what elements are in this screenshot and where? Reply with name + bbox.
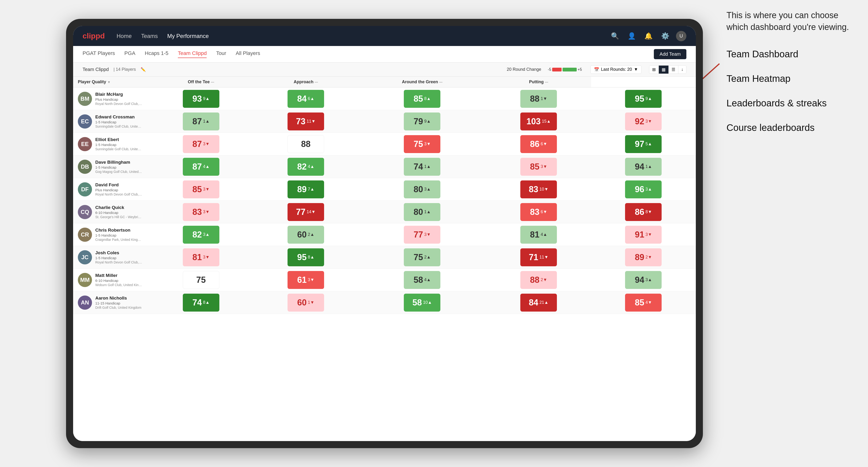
subnav-team-clippd[interactable]: Team Clippd <box>178 50 207 58</box>
export-button[interactable]: ↓ <box>678 66 686 73</box>
last-rounds-button[interactable]: 📅 Last Rounds: 20 ▼ <box>590 65 642 74</box>
player-name: Edward Crossman <box>95 115 143 120</box>
subnav-all-players[interactable]: All Players <box>236 50 260 58</box>
score-value: 75 <box>414 139 423 149</box>
player-avatar: AN <box>78 295 92 310</box>
notifications-icon[interactable]: 🔔 <box>643 30 654 42</box>
option-team-heatmap: Team Heatmap <box>726 72 849 85</box>
settings-icon[interactable]: ⚙️ <box>659 30 671 42</box>
player-handicap: 6-10 Handicap <box>95 211 143 215</box>
view-toggles: ⊞ ▦ ☰ ↓ <box>649 65 686 74</box>
table-row[interactable]: DF David Ford Plus Handicap Royal North … <box>73 178 696 201</box>
score-value: 95 <box>297 252 307 262</box>
player-name: Aaron Nicholls <box>95 295 141 301</box>
score-box: 91 3▼ <box>625 226 661 244</box>
search-icon[interactable]: 🔍 <box>609 30 621 42</box>
annotation-area: This is where you can choose which dashb… <box>726 9 849 146</box>
table-row[interactable]: JC Josh Coles 1-5 Handicap Royal North D… <box>73 246 696 269</box>
score-cell: 81 3▼ <box>149 246 253 269</box>
score-cell: 71 11▼ <box>486 246 591 269</box>
score-cell: 83 3▼ <box>149 201 253 223</box>
player-club: Craigmillar Park, United Kingdom <box>95 238 143 242</box>
player-cell: JC Josh Coles 1-5 Handicap Royal North D… <box>73 246 149 269</box>
score-box: 88 <box>287 135 324 153</box>
score-cell: 61 3▼ <box>253 269 358 291</box>
score-box: 85 3▼ <box>520 158 557 176</box>
player-info: CQ Charlie Quick 6-10 Handicap St. Georg… <box>78 205 144 219</box>
table-row[interactable]: EE Elliot Ebert 1-5 Handicap Sunningdale… <box>73 133 696 155</box>
score-cell: 93 9▲ <box>149 88 253 110</box>
table-row[interactable]: CR Chris Robertson 1-5 Handicap Craigmil… <box>73 223 696 246</box>
table-row[interactable]: AN Aaron Nicholls 11-15 Handicap Drift G… <box>73 291 696 314</box>
table-row[interactable]: CQ Charlie Quick 6-10 Handicap St. Georg… <box>73 201 696 223</box>
col-putting: Putting — <box>486 76 591 88</box>
score-box: 88 1▼ <box>520 90 557 108</box>
nav-teams[interactable]: Teams <box>141 32 158 40</box>
player-handicap: 6-10 Handicap <box>95 279 143 283</box>
score-cell: 95 8▲ <box>253 246 358 269</box>
score-cell: 85 8▲ <box>358 88 486 110</box>
score-box: 80 1▲ <box>404 203 440 221</box>
list-view-button[interactable]: ☰ <box>669 66 678 73</box>
player-avatar: CQ <box>78 205 92 219</box>
score-box: 87 4▲ <box>183 158 219 176</box>
score-value: 74 <box>414 162 423 172</box>
nav-home[interactable]: Home <box>117 32 132 40</box>
score-box: 82 4▲ <box>287 158 324 176</box>
table-row[interactable]: BM Blair McHarg Plus Handicap Royal Nort… <box>73 88 696 110</box>
score-value: 61 <box>297 275 307 285</box>
player-details: Dave Billingham 1-5 Handicap Gog Magog G… <box>95 160 143 174</box>
score-cell: 92 3▼ <box>591 110 696 133</box>
score-box: 83 3▼ <box>183 203 219 221</box>
edit-icon[interactable]: ✏️ <box>141 67 146 72</box>
score-box: 80 3▲ <box>404 181 440 198</box>
player-club: Woburn Golf Club, United Kingdom <box>95 283 143 287</box>
player-avatar: DF <box>78 182 92 196</box>
player-club: Royal North Devon Golf Club, United King… <box>95 260 143 264</box>
score-value: 95 <box>635 94 644 104</box>
main-content: Player Quality ▼ Off the Tee — Approach … <box>73 76 696 441</box>
table-row[interactable]: DB Dave Billingham 1-5 Handicap Gog Mago… <box>73 155 696 178</box>
bar-negative <box>552 68 562 71</box>
chevron-down-icon: ▼ <box>634 67 638 72</box>
score-value: 85 <box>635 298 644 308</box>
subnav-pga[interactable]: PGA <box>124 50 135 58</box>
grid-view-button[interactable]: ⊞ <box>649 66 659 73</box>
score-value: 85 <box>192 184 202 194</box>
score-value: 86 <box>530 139 539 149</box>
score-cell: 58 4▲ <box>358 269 486 291</box>
subnav-hcaps[interactable]: Hcaps 1-5 <box>145 50 168 58</box>
player-club: Sunningdale Golf Club, United Kingdom <box>95 147 143 151</box>
score-box: 85 4▼ <box>625 294 661 312</box>
score-box: 94 3▲ <box>625 271 661 289</box>
score-value: 88 <box>530 275 539 285</box>
score-value: 89 <box>297 184 307 194</box>
score-value: 91 <box>635 230 644 240</box>
player-cell: CR Chris Robertson 1-5 Handicap Craigmil… <box>73 223 149 246</box>
score-value: 94 <box>635 162 644 172</box>
score-value: 81 <box>530 230 539 240</box>
score-box: 87 1▲ <box>183 113 219 130</box>
table-row[interactable]: EC Edward Crossman 1-5 Handicap Sunningd… <box>73 110 696 133</box>
score-value: 89 <box>635 252 644 262</box>
heatmap-view-button[interactable]: ▦ <box>659 66 669 73</box>
score-value: 58 <box>414 275 423 285</box>
player-details: Edward Crossman 1-5 Handicap Sunningdale… <box>95 115 143 128</box>
player-handicap: 1-5 Handicap <box>95 143 143 147</box>
score-cell: 86 8▼ <box>591 201 696 223</box>
person-icon[interactable]: 👤 <box>626 30 638 42</box>
score-box: 73 11▼ <box>287 113 324 130</box>
table-row[interactable]: MM Matt Miller 6-10 Handicap Woburn Golf… <box>73 269 696 291</box>
nav-my-performance[interactable]: My Performance <box>167 32 209 40</box>
subnav-tour[interactable]: Tour <box>216 50 226 58</box>
avatar[interactable]: U <box>676 31 686 41</box>
subnav-pgat-players[interactable]: PGAT Players <box>83 50 115 58</box>
score-value: 77 <box>414 230 423 240</box>
add-team-button[interactable]: Add Team <box>654 49 686 59</box>
score-cell: 80 3▲ <box>358 178 486 201</box>
score-box: 96 3▲ <box>625 181 661 198</box>
score-box: 84 6▲ <box>287 90 324 108</box>
player-cell: BM Blair McHarg Plus Handicap Royal Nort… <box>73 88 149 110</box>
player-info: JC Josh Coles 1-5 Handicap Royal North D… <box>78 250 144 264</box>
score-value: 60 <box>297 298 307 308</box>
